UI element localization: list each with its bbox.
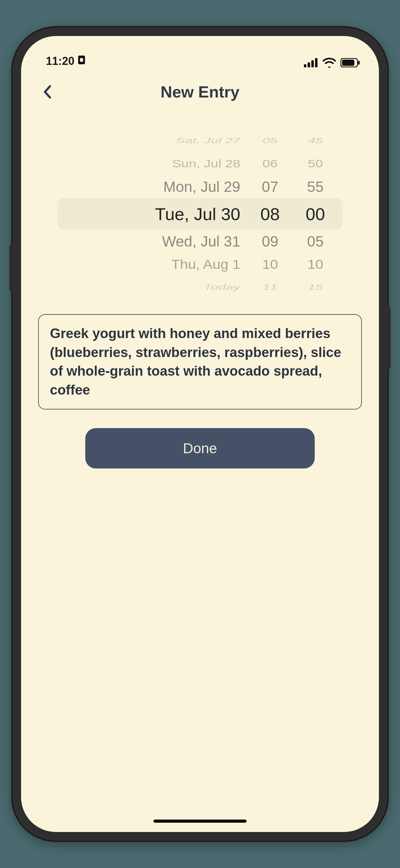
picker-row[interactable]: Today 11 15 — [57, 281, 343, 294]
page-title: New Entry — [161, 83, 239, 101]
picker-row[interactable]: Thu, Aug 1 10 10 — [57, 254, 343, 275]
picker-minute: 55 — [300, 178, 331, 195]
picker-row[interactable]: Wed, Jul 31 09 05 — [57, 230, 343, 253]
sim-card-icon — [77, 55, 86, 68]
picker-date: Mon, Jul 29 — [104, 178, 240, 195]
picker-hour: 05 — [255, 136, 286, 145]
picker-minute: 10 — [300, 256, 331, 272]
picker-date: Today — [104, 283, 240, 291]
picker-hour: 10 — [255, 256, 286, 272]
battery-icon — [340, 58, 360, 67]
svg-rect-4 — [311, 60, 314, 67]
cellular-icon — [304, 58, 318, 67]
picker-minute: 00 — [300, 204, 331, 224]
picker-column-group[interactable]: Sat, Jul 27 05 45 Sun, Jul 28 06 50 Mon,… — [57, 129, 343, 299]
picker-hour: 06 — [255, 157, 286, 170]
wifi-icon — [323, 58, 336, 68]
picker-hour: 09 — [255, 233, 286, 250]
datetime-picker[interactable]: Sat, Jul 27 05 45 Sun, Jul 28 06 50 Mon,… — [21, 129, 379, 299]
status-time: 11:20 — [46, 55, 74, 68]
home-indicator[interactable] — [154, 819, 246, 823]
picker-hour: 08 — [255, 204, 286, 224]
done-button-label: Done — [183, 440, 217, 457]
status-bar: 11:20 — [21, 36, 379, 70]
chevron-left-icon — [43, 85, 52, 99]
picker-minute: 05 — [300, 233, 331, 250]
picker-minute: 50 — [300, 157, 331, 170]
status-left: 11:20 — [46, 55, 86, 68]
picker-date: Sun, Jul 28 — [104, 157, 240, 170]
done-button[interactable]: Done — [85, 428, 315, 468]
picker-hour: 11 — [255, 283, 286, 291]
picker-row-selected[interactable]: Tue, Jul 30 08 00 — [57, 198, 343, 230]
back-button[interactable] — [38, 83, 57, 101]
svg-rect-5 — [315, 58, 318, 67]
picker-row[interactable]: Sun, Jul 28 06 50 — [57, 154, 343, 173]
svg-rect-8 — [358, 61, 360, 65]
picker-date: Thu, Aug 1 — [104, 256, 240, 272]
svg-rect-3 — [308, 62, 310, 67]
svg-rect-1 — [80, 58, 83, 62]
svg-rect-2 — [304, 64, 306, 67]
picker-row[interactable]: Mon, Jul 29 07 55 — [57, 175, 343, 198]
entry-text: Greek yogurt with honey and mixed berrie… — [50, 326, 341, 397]
picker-date: Sat, Jul 27 — [104, 136, 240, 145]
status-right — [304, 58, 360, 68]
picker-row[interactable]: Sat, Jul 27 05 45 — [57, 134, 343, 147]
device-frame: 11:20 — [12, 27, 388, 841]
svg-rect-7 — [342, 60, 355, 66]
picker-date: Wed, Jul 31 — [104, 233, 240, 250]
header: New Entry — [21, 70, 379, 114]
picker-hour: 07 — [255, 178, 286, 195]
screen: 11:20 — [21, 36, 379, 832]
picker-minute: 15 — [300, 283, 331, 291]
entry-textarea[interactable]: Greek yogurt with honey and mixed berrie… — [38, 314, 362, 409]
picker-date: Tue, Jul 30 — [104, 204, 240, 224]
picker-minute: 45 — [300, 136, 331, 145]
